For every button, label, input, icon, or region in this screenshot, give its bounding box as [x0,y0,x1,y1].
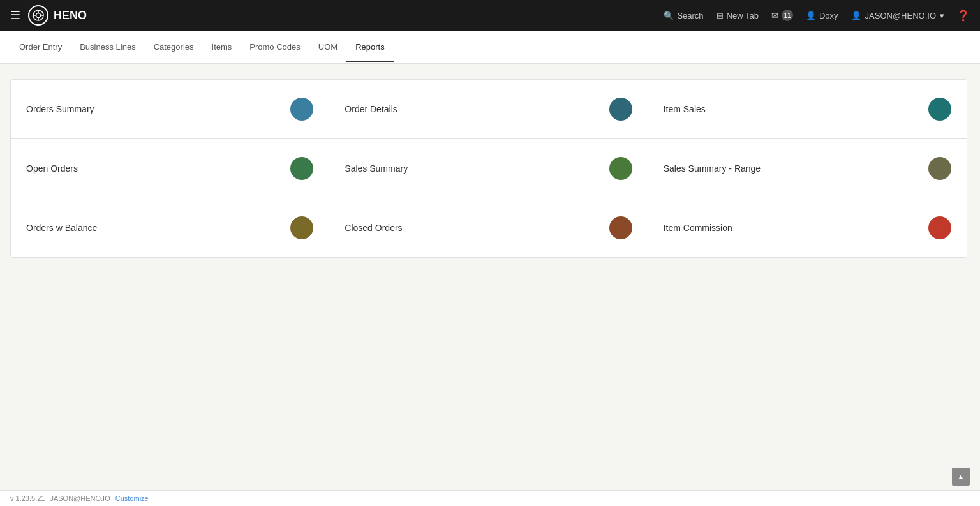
reports-grid: Orders SummaryOrder DetailsItem SalesOpe… [10,79,967,258]
report-card-sales-summary[interactable]: Sales Summary [329,139,648,198]
sub-navigation: Order EntryBusiness LinesCategoriesItems… [0,31,980,64]
user1-button[interactable]: 👤 Doxy [806,11,838,20]
new-tab-icon: ⊞ [716,11,724,20]
report-card-label: Open Orders [26,163,78,174]
report-dot [290,157,313,180]
scroll-to-top-button[interactable]: ▲ [952,468,970,486]
report-dot [290,98,313,121]
app-name: HENO [54,9,87,22]
help-icon[interactable]: ❓ [957,10,970,22]
report-card-label: Sales Summary [345,163,408,174]
report-card-order-details[interactable]: Order Details [329,80,648,139]
report-dot [928,216,951,239]
search-icon: 🔍 [664,11,674,20]
top-navigation: ☰ HENO 🔍 Search ⊞ New Tab [0,0,980,31]
mail-icon: ✉ [771,11,778,20]
top-nav-left: ☰ HENO [10,5,87,26]
report-card-orders-summary[interactable]: Orders Summary [11,80,329,139]
footer-user: JASON@HENO.IO [50,495,110,502]
customize-link[interactable]: Customize [115,495,149,502]
search-button[interactable]: 🔍 Search [664,11,703,20]
report-dot [609,216,632,239]
report-dot [290,216,313,239]
footer: v 1.23.5.21 JASON@HENO.IO Customize [0,490,980,506]
report-dot [928,157,951,180]
chevron-down-icon: ▾ [940,11,944,20]
report-dot [609,157,632,180]
report-card-open-orders[interactable]: Open Orders [11,139,329,198]
mail-badge: 11 [782,10,793,21]
logo-icon [28,5,48,26]
report-dot [609,98,632,121]
report-card-label: Sales Summary - Range [664,163,761,174]
user1-icon: 👤 [806,11,816,20]
mail-button[interactable]: ✉ 11 [771,10,793,21]
report-card-label: Item Commission [664,223,732,233]
svg-point-1 [36,13,41,18]
report-card-orders-w-balance[interactable]: Orders w Balance [11,198,329,257]
sub-nav-item-items[interactable]: Items [203,33,241,62]
user2-button[interactable]: 👤 JASON@HENO.IO ▾ [851,11,944,20]
sub-nav-item-reports[interactable]: Reports [346,33,394,62]
top-nav-right: 🔍 Search ⊞ New Tab ✉ 11 👤 Doxy 👤 JASON@H… [664,10,970,22]
sub-nav-item-categories[interactable]: Categories [145,33,203,62]
report-card-sales-summary---range[interactable]: Sales Summary - Range [648,139,967,198]
report-card-item-sales[interactable]: Item Sales [648,80,967,139]
report-card-closed-orders[interactable]: Closed Orders [329,198,648,257]
report-card-label: Order Details [345,104,397,114]
report-card-item-commission[interactable]: Item Commission [648,198,967,257]
new-tab-button[interactable]: ⊞ New Tab [716,11,759,20]
report-dot [928,98,951,121]
report-card-label: Orders w Balance [26,223,97,233]
main-content: Orders SummaryOrder DetailsItem SalesOpe… [0,64,980,273]
report-card-label: Closed Orders [345,223,402,233]
sub-nav-item-promo-codes[interactable]: Promo Codes [241,33,309,62]
footer-version: v 1.23.5.21 [10,495,45,502]
report-card-label: Item Sales [664,104,706,114]
report-card-label: Orders Summary [26,104,94,114]
sub-nav-item-order-entry[interactable]: Order Entry [10,33,71,62]
user2-icon: 👤 [851,11,861,20]
logo[interactable]: HENO [28,5,87,26]
sub-nav-item-business-lines[interactable]: Business Lines [71,33,144,62]
sub-nav-item-uom[interactable]: UOM [309,33,346,62]
hamburger-icon[interactable]: ☰ [10,8,20,22]
